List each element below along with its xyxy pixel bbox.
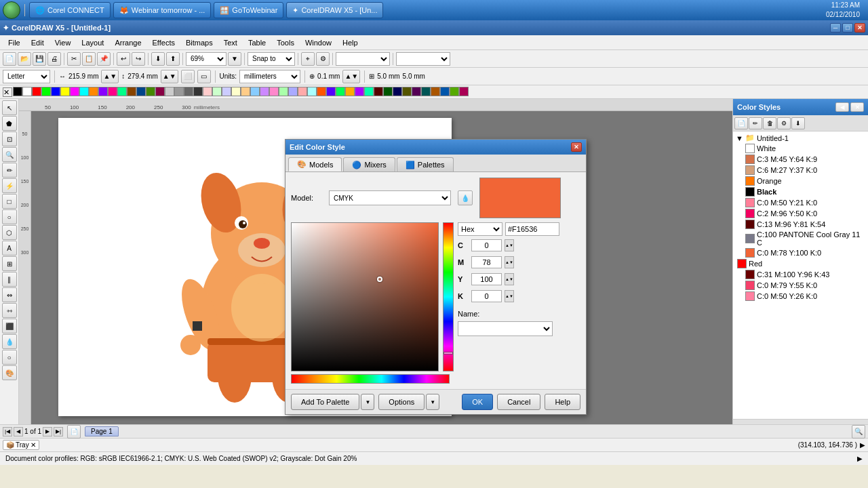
dialog-close-button[interactable]: ✕ — [571, 142, 582, 152]
dialog-title: Edit Color Style — [290, 143, 345, 151]
model-select[interactable]: CMYK — [329, 190, 451, 205]
name-label: Name: — [458, 310, 479, 318]
cmyk-y-input[interactable] — [471, 273, 502, 285]
tab-mixers[interactable]: 🔵 Mixers — [343, 157, 395, 171]
name-input[interactable] — [458, 321, 553, 336]
cmyk-m-input[interactable] — [471, 256, 502, 268]
color-controls: Hex C ▲▼ M ▲▼ — [458, 222, 559, 371]
cmyk-m-spinner[interactable]: ▲▼ — [505, 256, 514, 268]
hue-cursor — [443, 352, 453, 354]
cmyk-y-row: Y ▲▼ — [458, 273, 559, 285]
color-picker-area: Hex C ▲▼ M ▲▼ — [291, 222, 580, 371]
options-button[interactable]: Options — [378, 394, 425, 410]
cmyk-y-spinner[interactable]: ▲▼ — [505, 273, 514, 285]
cmyk-c-row: C ▲▼ — [458, 239, 559, 251]
dialog-content: Model: CMYK 💧 — [285, 172, 586, 389]
color-preview-box — [479, 178, 561, 218]
color-gradient-picker[interactable] — [291, 222, 439, 371]
ok-button[interactable]: OK — [462, 394, 493, 410]
cmyk-m-row: M ▲▼ — [458, 256, 559, 268]
hex-dropdown[interactable]: Hex — [458, 222, 502, 236]
bottom-color-strip — [291, 374, 450, 384]
cmyk-c-spinner[interactable]: ▲▼ — [505, 239, 514, 251]
mixers-icon: 🔵 — [352, 161, 361, 169]
add-to-palette-button[interactable]: Add To Palette — [291, 394, 359, 410]
dialog-title-controls: ✕ — [571, 142, 582, 152]
options-group: Options ▼ — [378, 394, 439, 410]
hex-row: Hex — [458, 222, 559, 236]
add-to-palette-group: Add To Palette ▼ — [291, 394, 374, 410]
eyedropper-btn[interactable]: 💧 — [458, 190, 473, 205]
hex-input[interactable] — [505, 222, 559, 236]
dialog-overlay: Edit Color Style ✕ 🎨 Models 🔵 Mixers 🟦 P… — [0, 0, 868, 488]
cancel-button[interactable]: Cancel — [497, 394, 540, 410]
tab-models[interactable]: 🎨 Models — [288, 157, 342, 171]
dialog-footer: Add To Palette ▼ Options ▼ OK Cancel Hel… — [285, 389, 586, 414]
hue-slider[interactable] — [443, 222, 454, 371]
cmyk-k-label: K — [458, 292, 469, 300]
add-palette-dropdown[interactable]: ▼ — [361, 394, 374, 410]
cmyk-y-label: Y — [458, 275, 469, 283]
dialog-tabs: 🎨 Models 🔵 Mixers 🟦 Palettes — [285, 155, 586, 172]
cmyk-m-label: M — [458, 258, 469, 266]
edit-color-style-dialog: Edit Color Style ✕ 🎨 Models 🔵 Mixers 🟦 P… — [285, 139, 587, 415]
cmyk-c-label: C — [458, 241, 469, 249]
cmyk-k-row: K ▲▼ — [458, 290, 559, 302]
cmyk-k-spinner[interactable]: ▲▼ — [505, 290, 514, 302]
dialog-titlebar: Edit Color Style ✕ — [285, 140, 586, 155]
tab-palettes[interactable]: 🟦 Palettes — [397, 157, 454, 171]
help-button[interactable]: Help — [545, 394, 580, 410]
model-row: Model: CMYK 💧 — [291, 178, 580, 218]
model-label: Model: — [291, 194, 325, 202]
options-dropdown[interactable]: ▼ — [426, 394, 439, 410]
models-icon: 🎨 — [297, 160, 307, 169]
name-row: Name: — [458, 310, 559, 318]
cmyk-c-input[interactable] — [471, 239, 502, 251]
cmyk-k-input[interactable] — [471, 290, 502, 302]
palettes-icon: 🟦 — [406, 161, 415, 169]
